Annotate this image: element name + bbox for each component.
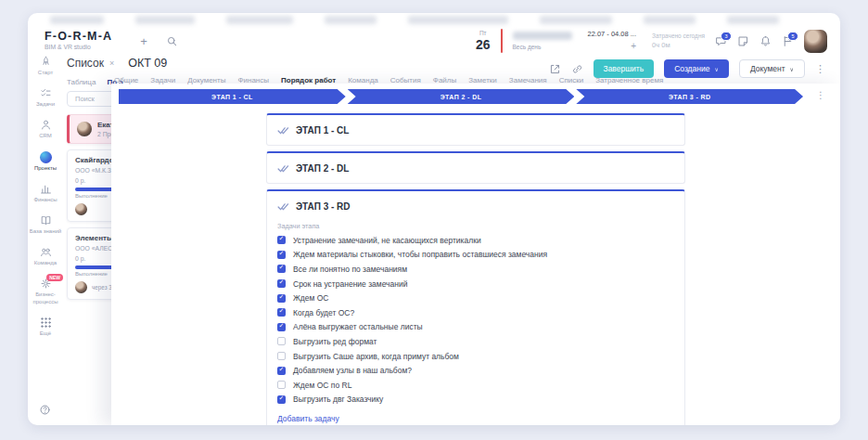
- stage-card-title: ЭТАП 3 - RD: [296, 201, 351, 212]
- top-header: F-O-R-M-A BIM & VR studio + Пт 26 Весь д…: [45, 24, 827, 58]
- task-row[interactable]: Ждем материалы стыковки, чтобы поправить…: [277, 248, 674, 263]
- task-row[interactable]: Выгрузить ред формат: [277, 334, 674, 349]
- sidebar-item-more[interactable]: Ещё: [28, 317, 63, 337]
- checkbox[interactable]: [277, 352, 286, 360]
- open-external-icon[interactable]: [549, 63, 561, 75]
- time-tracker: Затрачено сегодня 0ч 0м: [652, 33, 705, 49]
- create-label: Создание: [674, 64, 709, 73]
- calendar-day[interactable]: Пт 26: [476, 31, 491, 51]
- checkbox[interactable]: [277, 381, 286, 389]
- stage-card-3: ЭТАП 3 - RD Задачи этапа Устранение заме…: [266, 189, 685, 425]
- date-range-block: 22.07 - 04.08 ... +: [588, 31, 637, 52]
- checkbox[interactable]: [277, 279, 286, 288]
- task-row[interactable]: Выгрузить Саше архив, когда примут альбо…: [277, 349, 674, 364]
- stage-card-2[interactable]: ЭТАП 2 - DL: [266, 151, 685, 184]
- sidebar-item-start[interactable]: Старт: [28, 56, 63, 76]
- work-order-panel: ЭТАП 1 - CLЭТАП 2 - DLЭТАП 3 - RD ⋮ ЭТАП…: [111, 84, 840, 425]
- logo-subtitle: BIM & VR studio: [45, 45, 112, 51]
- mentions-button[interactable]: 5: [782, 35, 794, 47]
- task-row[interactable]: Ждем ОС по RL: [277, 378, 674, 393]
- stages-bar: ЭТАП 1 - CLЭТАП 2 - DLЭТАП 3 - RD: [119, 89, 803, 104]
- page-title: ОКТ 09: [128, 57, 167, 70]
- chevron-down-icon: ∨: [714, 66, 718, 72]
- sidebar-item-finances[interactable]: Финансы: [28, 183, 63, 203]
- page-tab-замечания[interactable]: Замечания: [509, 76, 547, 84]
- checkbox[interactable]: [277, 265, 286, 273]
- checkbox[interactable]: [277, 251, 286, 259]
- document-button[interactable]: Документ ∨: [739, 59, 805, 78]
- add-icon[interactable]: +: [140, 34, 147, 48]
- double-check-icon: [277, 198, 289, 214]
- weekday-label: Пт: [476, 31, 491, 37]
- view-tab[interactable]: Таблица: [67, 78, 96, 86]
- page-tab-порядок-работ[interactable]: Порядок работ: [281, 76, 336, 84]
- tasks-section-label: Задачи этапа: [277, 222, 674, 230]
- sidebar-item-bizproc[interactable]: Бизнес-процессы NEW: [28, 278, 63, 304]
- task-row[interactable]: Алёна выгружает остальные листы: [277, 320, 674, 335]
- left-sidebar: Старт Задачи CRM Проекты Финансы База зн…: [28, 54, 63, 425]
- page-tab-события[interactable]: События: [390, 76, 421, 84]
- task-row[interactable]: Ждем ОС: [277, 291, 674, 305]
- create-button[interactable]: Создание ∨: [664, 59, 729, 78]
- stages-more-icon[interactable]: ⋮: [816, 91, 825, 100]
- page-tab-файлы[interactable]: Файлы: [433, 76, 456, 84]
- checkbox[interactable]: [277, 337, 286, 345]
- page-tab-финансы[interactable]: Финансы: [237, 76, 269, 84]
- task-row[interactable]: Устранение замечаний, не касающихся верт…: [277, 233, 674, 248]
- page-tab-заметки[interactable]: Заметки: [468, 76, 497, 84]
- sidebar-item-projects[interactable]: Проекты: [28, 151, 63, 172]
- mentions-badge: 5: [787, 32, 798, 41]
- notes-icon[interactable]: [737, 35, 749, 47]
- tab-list[interactable]: Список ×: [67, 57, 114, 70]
- bell-icon[interactable]: [760, 35, 772, 47]
- add-task-link[interactable]: Добавить задачу: [277, 414, 339, 423]
- tracker-value: 0ч 0м: [652, 42, 705, 49]
- user-avatar[interactable]: [804, 30, 827, 53]
- sidebar-item-tasks[interactable]: Задачи: [28, 87, 63, 108]
- sidebar-item-team[interactable]: Команда: [28, 246, 63, 266]
- page-tab-документы[interactable]: Документы: [187, 76, 225, 84]
- stage-chevron[interactable]: ЭТАП 1 - CL: [119, 89, 346, 104]
- stage-card-title: ЭТАП 2 - DL: [296, 163, 349, 174]
- stage-chevron[interactable]: ЭТАП 2 - DL: [348, 89, 575, 104]
- task-row[interactable]: Выгрузить двг Заказчику: [277, 393, 674, 408]
- task-row[interactable]: Когда будет ОС?: [277, 305, 674, 320]
- checkbox[interactable]: [277, 323, 286, 331]
- checkbox[interactable]: [277, 395, 286, 404]
- close-icon[interactable]: ×: [109, 58, 114, 68]
- add-event-icon[interactable]: +: [588, 42, 637, 51]
- stage-chevron[interactable]: ЭТАП 3 - RD: [576, 89, 803, 104]
- finances-icon: [40, 183, 52, 195]
- team-icon: [40, 246, 52, 258]
- finish-button[interactable]: Завершить: [594, 59, 655, 78]
- event-block[interactable]: Весь день: [513, 32, 578, 50]
- more-actions-icon[interactable]: ⋮: [815, 63, 825, 75]
- checkbox[interactable]: [277, 367, 286, 375]
- link-icon[interactable]: [571, 63, 583, 75]
- task-list: Устранение замечаний, не касающихся верт…: [277, 233, 674, 407]
- checkbox[interactable]: [277, 236, 286, 244]
- page-tab-задачи[interactable]: Задачи: [150, 76, 175, 84]
- page-tab-общие[interactable]: Общие: [114, 76, 138, 84]
- day-number: 26: [476, 38, 491, 51]
- page-tab-команда[interactable]: Команда: [348, 76, 378, 84]
- checkbox[interactable]: [277, 294, 286, 303]
- logo: F-O-R-M-A BIM & VR studio: [45, 31, 112, 50]
- chevron-down-icon: ∨: [790, 66, 794, 72]
- sidebar-item-knowledge[interactable]: База знаний: [28, 214, 63, 235]
- checkbox[interactable]: [277, 308, 286, 317]
- logo-title: F-O-R-M-A: [45, 31, 112, 43]
- chat-badge: 3: [721, 32, 732, 41]
- search-icon[interactable]: [166, 35, 178, 47]
- tracker-label: Затрачено сегодня: [652, 33, 705, 40]
- new-badge: NEW: [46, 274, 63, 281]
- chat-button[interactable]: 3: [715, 35, 727, 47]
- stage-card-1[interactable]: ЭТАП 1 - CL: [266, 113, 685, 146]
- sidebar-item-crm[interactable]: CRM: [28, 119, 63, 139]
- help-icon[interactable]: [39, 404, 51, 416]
- task-row[interactable]: Добавляем узлы в наш альбом?: [277, 363, 674, 378]
- redacted-event-title: [513, 32, 572, 40]
- app-window: F-O-R-M-A BIM & VR studio + Пт 26 Весь д…: [28, 13, 840, 425]
- task-row[interactable]: Все ли понятно по замечаниям: [277, 262, 674, 277]
- task-row[interactable]: Срок на устранение замечаний: [277, 277, 674, 291]
